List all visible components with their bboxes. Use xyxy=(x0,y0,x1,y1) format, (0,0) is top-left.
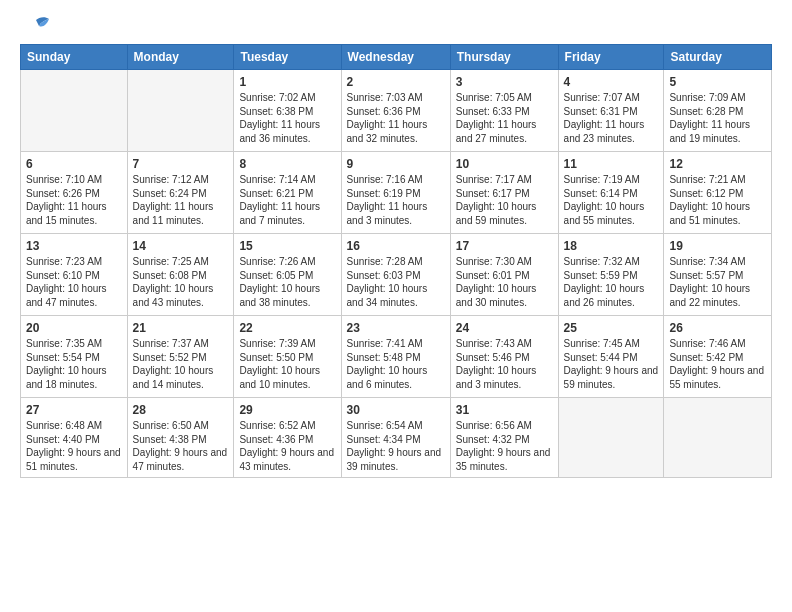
day-number: 25 xyxy=(564,320,659,336)
calendar-cell: 21Sunrise: 7:37 AM Sunset: 5:52 PM Dayli… xyxy=(127,316,234,398)
day-header-thursday: Thursday xyxy=(450,45,558,70)
calendar-cell: 16Sunrise: 7:28 AM Sunset: 6:03 PM Dayli… xyxy=(341,234,450,316)
day-info: Sunrise: 7:28 AM Sunset: 6:03 PM Dayligh… xyxy=(347,255,445,309)
calendar-cell: 11Sunrise: 7:19 AM Sunset: 6:14 PM Dayli… xyxy=(558,152,664,234)
day-info: Sunrise: 6:52 AM Sunset: 4:36 PM Dayligh… xyxy=(239,419,335,473)
day-number: 22 xyxy=(239,320,335,336)
logo-bird-icon xyxy=(23,16,49,38)
day-number: 10 xyxy=(456,156,553,172)
day-info: Sunrise: 7:07 AM Sunset: 6:31 PM Dayligh… xyxy=(564,91,659,145)
day-header-friday: Friday xyxy=(558,45,664,70)
day-number: 29 xyxy=(239,402,335,418)
day-header-sunday: Sunday xyxy=(21,45,128,70)
day-number: 13 xyxy=(26,238,122,254)
calendar-cell: 27Sunrise: 6:48 AM Sunset: 4:40 PM Dayli… xyxy=(21,398,128,478)
day-number: 27 xyxy=(26,402,122,418)
day-number: 24 xyxy=(456,320,553,336)
day-number: 2 xyxy=(347,74,445,90)
day-info: Sunrise: 7:17 AM Sunset: 6:17 PM Dayligh… xyxy=(456,173,553,227)
calendar-cell: 30Sunrise: 6:54 AM Sunset: 4:34 PM Dayli… xyxy=(341,398,450,478)
week-row-2: 6Sunrise: 7:10 AM Sunset: 6:26 PM Daylig… xyxy=(21,152,772,234)
calendar-cell: 6Sunrise: 7:10 AM Sunset: 6:26 PM Daylig… xyxy=(21,152,128,234)
calendar-cell: 17Sunrise: 7:30 AM Sunset: 6:01 PM Dayli… xyxy=(450,234,558,316)
calendar-cell: 9Sunrise: 7:16 AM Sunset: 6:19 PM Daylig… xyxy=(341,152,450,234)
day-info: Sunrise: 7:46 AM Sunset: 5:42 PM Dayligh… xyxy=(669,337,766,391)
day-header-wednesday: Wednesday xyxy=(341,45,450,70)
logo xyxy=(20,16,49,36)
day-info: Sunrise: 6:48 AM Sunset: 4:40 PM Dayligh… xyxy=(26,419,122,473)
day-number: 16 xyxy=(347,238,445,254)
day-number: 20 xyxy=(26,320,122,336)
day-number: 30 xyxy=(347,402,445,418)
day-number: 12 xyxy=(669,156,766,172)
day-number: 5 xyxy=(669,74,766,90)
calendar-cell: 26Sunrise: 7:46 AM Sunset: 5:42 PM Dayli… xyxy=(664,316,772,398)
calendar-cell: 3Sunrise: 7:05 AM Sunset: 6:33 PM Daylig… xyxy=(450,70,558,152)
calendar-cell: 12Sunrise: 7:21 AM Sunset: 6:12 PM Dayli… xyxy=(664,152,772,234)
calendar-cell xyxy=(21,70,128,152)
calendar-cell: 24Sunrise: 7:43 AM Sunset: 5:46 PM Dayli… xyxy=(450,316,558,398)
calendar-cell: 14Sunrise: 7:25 AM Sunset: 6:08 PM Dayli… xyxy=(127,234,234,316)
day-number: 31 xyxy=(456,402,553,418)
day-info: Sunrise: 7:09 AM Sunset: 6:28 PM Dayligh… xyxy=(669,91,766,145)
day-info: Sunrise: 7:02 AM Sunset: 6:38 PM Dayligh… xyxy=(239,91,335,145)
calendar-cell: 29Sunrise: 6:52 AM Sunset: 4:36 PM Dayli… xyxy=(234,398,341,478)
calendar-cell xyxy=(558,398,664,478)
calendar-cell: 8Sunrise: 7:14 AM Sunset: 6:21 PM Daylig… xyxy=(234,152,341,234)
week-row-5: 27Sunrise: 6:48 AM Sunset: 4:40 PM Dayli… xyxy=(21,398,772,478)
calendar-cell: 23Sunrise: 7:41 AM Sunset: 5:48 PM Dayli… xyxy=(341,316,450,398)
day-number: 3 xyxy=(456,74,553,90)
week-row-1: 1Sunrise: 7:02 AM Sunset: 6:38 PM Daylig… xyxy=(21,70,772,152)
calendar-header-row: SundayMondayTuesdayWednesdayThursdayFrid… xyxy=(21,45,772,70)
calendar-cell xyxy=(664,398,772,478)
day-number: 15 xyxy=(239,238,335,254)
day-number: 26 xyxy=(669,320,766,336)
day-info: Sunrise: 7:30 AM Sunset: 6:01 PM Dayligh… xyxy=(456,255,553,309)
day-info: Sunrise: 7:35 AM Sunset: 5:54 PM Dayligh… xyxy=(26,337,122,391)
day-number: 23 xyxy=(347,320,445,336)
day-number: 14 xyxy=(133,238,229,254)
day-info: Sunrise: 7:23 AM Sunset: 6:10 PM Dayligh… xyxy=(26,255,122,309)
day-info: Sunrise: 7:25 AM Sunset: 6:08 PM Dayligh… xyxy=(133,255,229,309)
day-info: Sunrise: 7:37 AM Sunset: 5:52 PM Dayligh… xyxy=(133,337,229,391)
day-number: 28 xyxy=(133,402,229,418)
day-info: Sunrise: 7:05 AM Sunset: 6:33 PM Dayligh… xyxy=(456,91,553,145)
calendar-cell: 15Sunrise: 7:26 AM Sunset: 6:05 PM Dayli… xyxy=(234,234,341,316)
day-number: 11 xyxy=(564,156,659,172)
day-info: Sunrise: 7:34 AM Sunset: 5:57 PM Dayligh… xyxy=(669,255,766,309)
day-number: 19 xyxy=(669,238,766,254)
calendar-cell: 7Sunrise: 7:12 AM Sunset: 6:24 PM Daylig… xyxy=(127,152,234,234)
day-info: Sunrise: 7:43 AM Sunset: 5:46 PM Dayligh… xyxy=(456,337,553,391)
calendar-cell xyxy=(127,70,234,152)
day-header-saturday: Saturday xyxy=(664,45,772,70)
calendar-cell: 31Sunrise: 6:56 AM Sunset: 4:32 PM Dayli… xyxy=(450,398,558,478)
day-number: 18 xyxy=(564,238,659,254)
day-header-monday: Monday xyxy=(127,45,234,70)
calendar-cell: 25Sunrise: 7:45 AM Sunset: 5:44 PM Dayli… xyxy=(558,316,664,398)
logo-line1 xyxy=(20,16,49,38)
day-info: Sunrise: 7:14 AM Sunset: 6:21 PM Dayligh… xyxy=(239,173,335,227)
day-number: 21 xyxy=(133,320,229,336)
calendar-cell: 22Sunrise: 7:39 AM Sunset: 5:50 PM Dayli… xyxy=(234,316,341,398)
calendar-cell: 18Sunrise: 7:32 AM Sunset: 5:59 PM Dayli… xyxy=(558,234,664,316)
day-info: Sunrise: 7:45 AM Sunset: 5:44 PM Dayligh… xyxy=(564,337,659,391)
day-number: 6 xyxy=(26,156,122,172)
day-info: Sunrise: 7:39 AM Sunset: 5:50 PM Dayligh… xyxy=(239,337,335,391)
day-info: Sunrise: 7:26 AM Sunset: 6:05 PM Dayligh… xyxy=(239,255,335,309)
week-row-4: 20Sunrise: 7:35 AM Sunset: 5:54 PM Dayli… xyxy=(21,316,772,398)
calendar-cell: 4Sunrise: 7:07 AM Sunset: 6:31 PM Daylig… xyxy=(558,70,664,152)
day-number: 17 xyxy=(456,238,553,254)
day-number: 9 xyxy=(347,156,445,172)
calendar-cell: 10Sunrise: 7:17 AM Sunset: 6:17 PM Dayli… xyxy=(450,152,558,234)
day-number: 1 xyxy=(239,74,335,90)
day-info: Sunrise: 7:12 AM Sunset: 6:24 PM Dayligh… xyxy=(133,173,229,227)
calendar-cell: 28Sunrise: 6:50 AM Sunset: 4:38 PM Dayli… xyxy=(127,398,234,478)
week-row-3: 13Sunrise: 7:23 AM Sunset: 6:10 PM Dayli… xyxy=(21,234,772,316)
calendar-cell: 13Sunrise: 7:23 AM Sunset: 6:10 PM Dayli… xyxy=(21,234,128,316)
calendar-cell: 19Sunrise: 7:34 AM Sunset: 5:57 PM Dayli… xyxy=(664,234,772,316)
day-info: Sunrise: 7:41 AM Sunset: 5:48 PM Dayligh… xyxy=(347,337,445,391)
day-info: Sunrise: 7:19 AM Sunset: 6:14 PM Dayligh… xyxy=(564,173,659,227)
calendar: SundayMondayTuesdayWednesdayThursdayFrid… xyxy=(20,44,772,478)
calendar-cell: 5Sunrise: 7:09 AM Sunset: 6:28 PM Daylig… xyxy=(664,70,772,152)
day-info: Sunrise: 6:50 AM Sunset: 4:38 PM Dayligh… xyxy=(133,419,229,473)
